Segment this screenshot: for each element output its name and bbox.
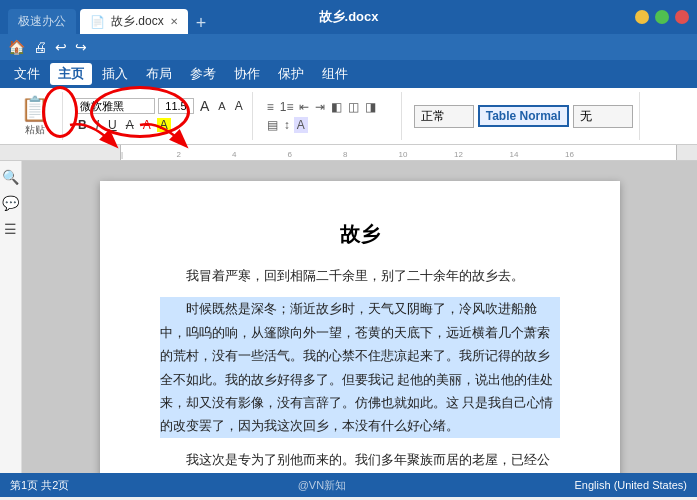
document-title: 故乡 <box>160 221 560 248</box>
menu-file[interactable]: 文件 <box>6 63 48 85</box>
comment-tool-icon[interactable]: 💬 <box>2 195 19 211</box>
highlight-button[interactable]: A <box>157 118 171 132</box>
main-area: 🔍 💬 ☰ 故乡 我冒着严寒，回到相隔二千余里，别了二十余年的故乡去。 时候既然… <box>0 161 697 473</box>
language-indicator: English (United States) <box>575 479 688 491</box>
home-icon[interactable]: 🏠 <box>8 39 25 55</box>
tab-app[interactable]: 极速办公 <box>8 9 76 34</box>
ruler-inner: | 2 4 6 8 10 12 14 16 <box>120 145 677 160</box>
underline-button[interactable]: U <box>105 117 120 133</box>
menu-bar: 文件 主页 插入 布局 参考 协作 保护 组件 <box>0 60 697 88</box>
menu-home[interactable]: 主页 <box>50 63 92 85</box>
font-size-increase-button[interactable]: A <box>197 97 212 115</box>
outdent-button[interactable]: ⇤ <box>297 99 311 115</box>
new-tab-button[interactable]: + <box>196 13 207 34</box>
style-extra-selector[interactable]: 无 <box>573 105 633 128</box>
menu-reference[interactable]: 参考 <box>182 63 224 85</box>
redo-icon[interactable]: ↪ <box>75 39 87 55</box>
menu-insert[interactable]: 插入 <box>94 63 136 85</box>
menu-components[interactable]: 组件 <box>314 63 356 85</box>
minimize-button[interactable] <box>635 10 649 24</box>
sidebar-tools: 🔍 💬 ☰ <box>0 161 22 473</box>
window-controls <box>635 10 689 24</box>
page-count: 第1页 共2页 <box>10 478 69 493</box>
italic-button[interactable]: I <box>93 117 102 133</box>
ribbon-group-font: A A A B I U A A A <box>69 92 253 140</box>
paragraph-3: 我这次是专为了别他而来的。我们多年聚族而居的老屋，已经公同卖给别姓了。交屋的期限… <box>160 448 560 473</box>
menu-collaborate[interactable]: 协作 <box>226 63 268 85</box>
align-center-button[interactable]: ◫ <box>346 99 361 115</box>
maximize-button[interactable] <box>655 10 669 24</box>
status-bar: 第1页 共2页 @VN新知 English (United States) <box>0 473 697 497</box>
tab-close-button[interactable]: ✕ <box>170 16 178 27</box>
document-page: 故乡 我冒着严寒，回到相隔二千余里，别了二十余年的故乡去。 时候既然是深冬；渐近… <box>100 181 620 473</box>
line-spacing-button[interactable]: ↕ <box>282 117 292 133</box>
paragraph-2: 时候既然是深冬；渐近故乡时，天气又阴晦了，冷风吹进船舱中，呜呜的响，从篷隙向外一… <box>160 297 560 437</box>
bullet-list-button[interactable]: ≡ <box>265 99 276 115</box>
align-justify-button[interactable]: ▤ <box>265 117 280 133</box>
align-left-button[interactable]: ◧ <box>329 99 344 115</box>
close-button[interactable] <box>675 10 689 24</box>
ribbon-group-paragraph: ≡ 1≡ ⇤ ⇥ ◧ ◫ ◨ ▤ ↕ A <box>259 92 402 140</box>
ribbon-group-styles: 正常 Table Normal 无 <box>408 92 640 140</box>
search-tool-icon[interactable]: 🔍 <box>2 169 19 185</box>
strikethrough-button[interactable]: A <box>123 117 137 133</box>
app-tab-label: 极速办公 <box>18 14 66 28</box>
indent-button[interactable]: ⇥ <box>313 99 327 115</box>
bold-button[interactable]: B <box>75 117 90 133</box>
tab-area: 极速办公 📄 故乡.docx ✕ + <box>8 0 635 34</box>
menu-layout[interactable]: 布局 <box>138 63 180 85</box>
align-right-button[interactable]: ◨ <box>363 99 378 115</box>
paste-icon: 📋 <box>20 95 50 123</box>
font-size-input[interactable] <box>158 98 194 114</box>
print-icon[interactable]: 🖨 <box>33 39 47 55</box>
paste-label: 粘贴 <box>25 123 45 137</box>
ribbon-group-paste: 📋 粘贴 <box>8 92 63 140</box>
doc-tab-label: 故乡.docx <box>111 13 164 30</box>
document-canvas[interactable]: 故乡 我冒着严寒，回到相隔二千余里，别了二十余年的故乡去。 时候既然是深冬；渐近… <box>22 161 697 473</box>
numbered-list-button[interactable]: 1≡ <box>278 99 296 115</box>
font-name-input[interactable] <box>75 98 155 114</box>
ribbon: 📋 粘贴 A A A B I U A A A <box>0 88 697 145</box>
nav-tool-icon[interactable]: ☰ <box>4 221 17 237</box>
menu-protect[interactable]: 保护 <box>270 63 312 85</box>
font-color-button[interactable]: A <box>140 117 154 133</box>
watermark-text: @VN新知 <box>298 478 346 493</box>
font-size-decrease-button[interactable]: A <box>215 99 228 113</box>
quick-access-bar: 🏠 🖨 ↩ ↪ <box>0 34 697 60</box>
style-table-selector[interactable]: Table Normal <box>478 105 569 127</box>
clear-format-button[interactable]: A <box>232 98 246 114</box>
font-format-row: B I U A A A <box>75 117 171 133</box>
paragraph-buttons: ≡ 1≡ ⇤ ⇥ ◧ ◫ ◨ ▤ ↕ A <box>265 99 395 133</box>
paste-button[interactable]: 📋 粘贴 <box>14 93 56 139</box>
title-bar: 极速办公 📄 故乡.docx ✕ + 故乡.docx <box>0 0 697 34</box>
paragraph-1: 我冒着严寒，回到相隔二千余里，别了二十余年的故乡去。 <box>160 264 560 287</box>
shading-button[interactable]: A <box>294 117 308 133</box>
doc-icon: 📄 <box>90 15 105 29</box>
style-normal-selector[interactable]: 正常 <box>414 105 474 128</box>
ruler: | 2 4 6 8 10 12 14 16 <box>0 145 697 161</box>
font-selector-row: A A A <box>75 97 246 115</box>
undo-icon[interactable]: ↩ <box>55 39 67 55</box>
tab-document[interactable]: 📄 故乡.docx ✕ <box>80 9 188 34</box>
